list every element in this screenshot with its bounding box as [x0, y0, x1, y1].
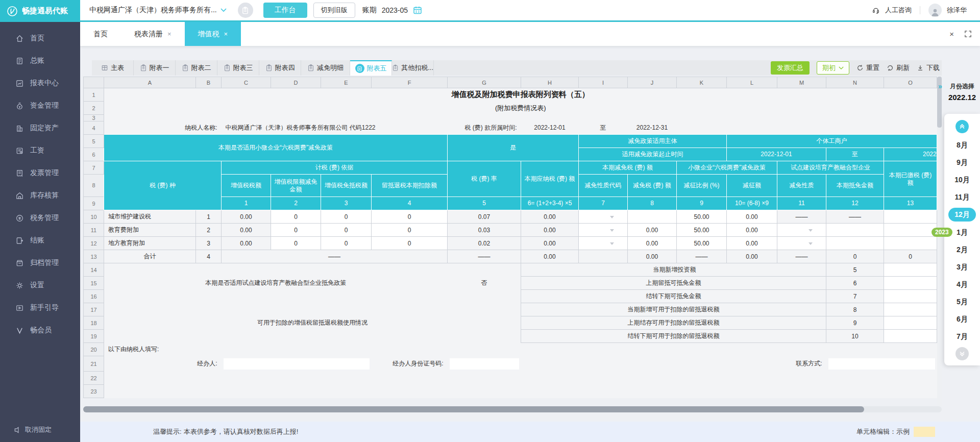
cell-editable[interactable]: 0 — [271, 224, 321, 237]
vertical-scrollbar[interactable] — [937, 77, 942, 406]
row-number[interactable]: 23 — [84, 385, 104, 398]
subtab-main-table[interactable]: 主表 — [92, 60, 134, 76]
cell-editable[interactable] — [884, 263, 937, 277]
row-number[interactable]: 10 — [84, 210, 104, 224]
row-number[interactable]: 12 — [84, 237, 104, 250]
col-header[interactable]: H — [521, 77, 579, 88]
cell-editable[interactable]: 50.00 — [677, 210, 727, 224]
col-header[interactable]: C — [222, 77, 271, 88]
row-number[interactable]: 17 — [84, 303, 104, 316]
sidebar-item-beginner-guide[interactable]: 新手引导 — [0, 297, 80, 319]
cell-dropdown[interactable] — [579, 224, 628, 237]
sidebar-item-invoices[interactable]: 发票管理 — [0, 162, 80, 184]
dropdown-caret-icon[interactable] — [610, 229, 614, 234]
cell-editable[interactable]: 0 — [372, 237, 448, 250]
tab-vat-active[interactable]: 增值税 × — [185, 22, 241, 46]
cell-editable[interactable]: 0.00 — [727, 210, 777, 224]
scroll-months-down-button[interactable] — [955, 347, 969, 360]
month-item-selected[interactable]: 12月 — [948, 208, 976, 222]
row-number[interactable]: 3 — [84, 115, 104, 121]
cell-editable[interactable]: 50.00 — [677, 224, 727, 237]
cell-dropdown[interactable] — [777, 237, 826, 250]
switch-old-version-button[interactable]: 切到旧版 — [313, 3, 355, 18]
sidebar-item-inventory[interactable]: 库存核算 — [0, 184, 80, 207]
row-number[interactable]: 13 — [84, 250, 104, 263]
horizontal-scrollbar-thumb[interactable] — [83, 406, 864, 412]
month-item[interactable]: 2月 — [957, 241, 968, 258]
sidebar-item-home[interactable]: 首页 — [0, 27, 80, 50]
cell-editable[interactable]: 0 — [321, 210, 372, 224]
row-number[interactable]: 16 — [84, 290, 104, 303]
col-header[interactable]: F — [372, 77, 448, 88]
col-header[interactable]: E — [321, 77, 372, 88]
row-number[interactable]: 4 — [84, 121, 104, 135]
month-item[interactable]: 6月 — [957, 310, 968, 328]
col-header[interactable]: I — [579, 77, 628, 88]
row-number[interactable]: 7 — [84, 161, 104, 175]
grid-corner[interactable] — [84, 77, 104, 88]
cell-editable[interactable] — [884, 277, 937, 290]
cell-editable[interactable]: 0.00 — [727, 224, 777, 237]
row-number[interactable]: 2 — [84, 102, 104, 115]
subtab-annex-4[interactable]: 附表四 — [259, 60, 301, 76]
agent-input[interactable] — [224, 358, 370, 370]
sidebar-item-tax-management[interactable]: 税务管理 — [0, 207, 80, 229]
sidebar-item-closing[interactable]: 结账 — [0, 229, 80, 252]
row-number[interactable]: 9 — [84, 197, 104, 210]
row-number[interactable]: 15 — [84, 277, 104, 290]
col-header[interactable]: N — [826, 77, 884, 88]
avatar[interactable] — [928, 4, 942, 17]
row-number[interactable]: 1 — [84, 88, 104, 102]
month-item[interactable]: 11月 — [955, 188, 970, 206]
month-item[interactable]: 3月 — [957, 258, 968, 276]
month-item[interactable]: 9月 — [957, 154, 968, 171]
sidebar-item-settings[interactable]: 设置 — [0, 274, 80, 297]
cell-editable[interactable]: 0 — [271, 237, 321, 250]
row-number[interactable]: 11 — [84, 224, 104, 237]
cell-dropdown[interactable] — [777, 224, 826, 237]
col-header[interactable]: O — [884, 77, 937, 88]
col-header[interactable]: D — [271, 77, 321, 88]
subtab-other-deduction[interactable]: 其他扣税... — [392, 60, 434, 76]
consult-link[interactable]: 人工咨询 — [885, 6, 912, 15]
cell-editable[interactable] — [628, 210, 677, 224]
row-number[interactable]: 18 — [84, 316, 104, 330]
month-item[interactable]: 8月 — [957, 136, 968, 154]
subtab-annex-1[interactable]: 附表一 — [134, 60, 176, 76]
fullscreen-icon[interactable] — [964, 30, 972, 38]
unpin-sidebar[interactable]: 取消固定 — [0, 422, 80, 438]
cell-editable[interactable] — [884, 316, 937, 330]
workbench-button[interactable]: 工作台 — [263, 3, 307, 18]
row-number[interactable]: 8 — [84, 175, 104, 197]
cell-editable[interactable]: 0.00 — [628, 224, 677, 237]
tab-home[interactable]: 首页 — [80, 22, 121, 46]
dropdown-caret-icon[interactable] — [610, 242, 614, 247]
row-number[interactable]: 14 — [84, 263, 104, 277]
sidebar-item-report-center[interactable]: 报表中心 — [0, 72, 80, 94]
col-header[interactable]: A — [104, 77, 196, 88]
subtab-annex-3[interactable]: 附表三 — [217, 60, 259, 76]
cell-dropdown[interactable] — [579, 210, 628, 224]
initial-period-dropdown[interactable]: 期初 — [817, 61, 849, 75]
sidebar-item-fixed-assets[interactable]: 固定资产 — [0, 117, 80, 139]
row-number[interactable]: 22 — [84, 372, 104, 385]
cell-editable[interactable]: 0 — [321, 237, 372, 250]
month-item[interactable]: 10月 — [954, 171, 970, 188]
month-item[interactable]: 1月 — [957, 224, 968, 241]
calendar-icon[interactable] — [413, 6, 422, 15]
cell-editable[interactable] — [884, 330, 937, 343]
row-number[interactable]: 6 — [84, 148, 104, 161]
sidebar-item-funds[interactable]: 资金管理 — [0, 94, 80, 117]
subtab-annex-2[interactable]: 附表二 — [176, 60, 217, 76]
cell-editable[interactable]: 0 — [372, 210, 448, 224]
subtab-reduction-detail[interactable]: 减免明细 — [301, 60, 350, 76]
cell-editable[interactable]: 0.00 — [727, 237, 777, 250]
download-button[interactable]: 下载 — [917, 63, 940, 72]
row-number[interactable]: 5 — [84, 135, 104, 148]
dropdown-caret-icon[interactable] — [808, 242, 813, 247]
cell-editable[interactable]: 0 — [321, 224, 372, 237]
cell-dropdown[interactable] — [579, 237, 628, 250]
col-header[interactable]: B — [196, 77, 222, 88]
cell-editable[interactable]: 0 — [271, 210, 321, 224]
cell-editable[interactable] — [884, 290, 937, 303]
